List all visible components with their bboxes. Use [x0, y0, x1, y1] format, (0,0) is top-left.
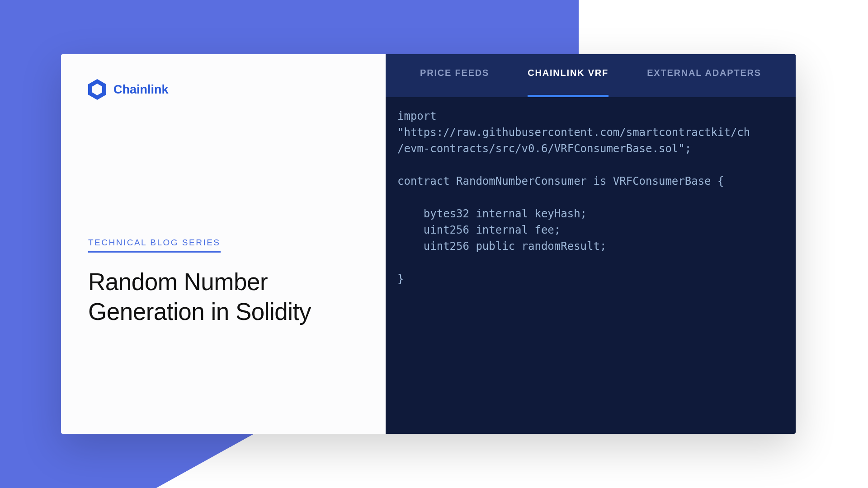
code-line-9: uint256 public randomResult; — [397, 240, 606, 253]
code-line-3: /evm-contracts/src/v0.6/VRFConsumerBase.… — [397, 142, 691, 155]
series-label: TECHNICAL BLOG SERIES — [88, 238, 221, 253]
page-title: Random Number Generation in Solidity — [88, 267, 359, 327]
tab-bar: PRICE FEEDS CHAINLINK VRF EXTERNAL ADAPT… — [386, 54, 796, 97]
brand-name: Chainlink — [113, 83, 169, 97]
code-line-1: import — [397, 110, 437, 122]
title-line-1: Random Number — [88, 268, 268, 295]
brand-logo: Chainlink — [88, 79, 359, 100]
left-panel: Chainlink TECHNICAL BLOG SERIES Random N… — [61, 54, 386, 434]
code-line-8: uint256 internal fee; — [397, 224, 561, 236]
tab-price-feeds[interactable]: PRICE FEEDS — [420, 68, 489, 97]
title-line-2: Generation in Solidity — [88, 298, 311, 325]
code-line-7: bytes32 internal keyHash; — [397, 207, 587, 220]
main-card: Chainlink TECHNICAL BLOG SERIES Random N… — [61, 54, 796, 434]
code-block: import "https://raw.githubusercontent.co… — [386, 97, 796, 434]
tab-chainlink-vrf[interactable]: CHAINLINK VRF — [528, 68, 609, 97]
code-panel: PRICE FEEDS CHAINLINK VRF EXTERNAL ADAPT… — [386, 54, 796, 434]
code-line-11: } — [397, 272, 404, 285]
code-line-2: "https://raw.githubusercontent.com/smart… — [397, 126, 750, 139]
tab-external-adapters[interactable]: EXTERNAL ADAPTERS — [647, 68, 761, 97]
code-line-5: contract RandomNumberConsumer is VRFCons… — [397, 175, 724, 188]
chainlink-hexagon-icon — [88, 79, 106, 100]
